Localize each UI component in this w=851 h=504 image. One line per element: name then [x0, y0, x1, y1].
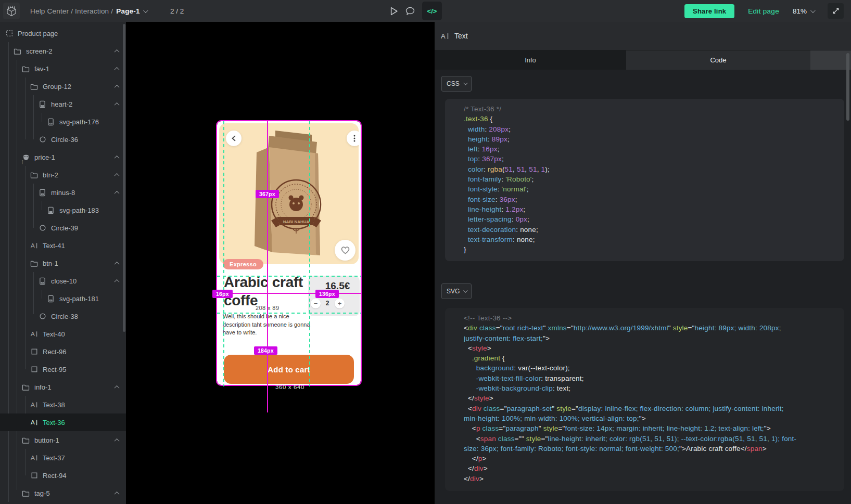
code-line: height: 89px; — [464, 134, 834, 144]
chevron-up-icon[interactable] — [115, 261, 120, 266]
layer-row-text-40[interactable]: AText-40 — [0, 325, 126, 343]
logo-icon — [5, 5, 18, 17]
layer-row-close-10[interactable]: close-10 — [0, 272, 126, 290]
layer-row-circle-36[interactable]: Circle-36 — [0, 131, 126, 148]
code-line: <div class="paragraph-set" style="displa… — [464, 404, 834, 413]
breadcrumb-current-page[interactable]: Page-1 — [116, 7, 139, 15]
layer-row-text-41[interactable]: AText-41 — [0, 237, 126, 254]
layer-label: Circle-39 — [51, 224, 78, 232]
code-mode-button[interactable]: </> — [422, 2, 442, 20]
chevron-up-icon[interactable] — [115, 67, 120, 72]
layer-row-text-38[interactable]: AText-38 — [0, 396, 126, 413]
tab-code[interactable]: Code — [626, 50, 810, 70]
layer-row-svg-path-181[interactable]: svg-path-181 — [0, 290, 126, 307]
css-format-dropdown[interactable]: CSS — [441, 76, 472, 92]
chevron-up-icon[interactable] — [115, 84, 120, 89]
screen-frame[interactable]: NABI NAHUA Expresso Arabic craft coffe W… — [217, 121, 361, 385]
code-line: font-size: 36px; — [464, 195, 834, 204]
share-link-button[interactable]: Share link — [684, 4, 734, 18]
layer-row-rect-96[interactable]: Rect-96 — [0, 343, 126, 360]
tab-info[interactable]: Info — [435, 50, 626, 70]
code-line: </div> — [464, 474, 834, 484]
comment-button[interactable] — [405, 7, 415, 16]
layer-row-button-1[interactable]: button-1 — [0, 431, 126, 449]
layer-label: Text-41 — [43, 242, 65, 250]
chevron-up-icon[interactable] — [115, 279, 120, 284]
code-line: size: 36px; font-family: Roboto; font-st… — [464, 444, 834, 454]
layer-row-btn-2[interactable]: btn-2 — [0, 166, 126, 184]
guide-line-vertical — [309, 121, 310, 386]
chevron-left-icon — [233, 136, 235, 141]
chevron-down-icon[interactable] — [810, 8, 816, 13]
layer-row-heart-2[interactable]: heart-2 — [0, 95, 126, 113]
layer-row-btn-1[interactable]: btn-1 — [0, 254, 126, 272]
folder-icon — [30, 83, 38, 91]
circle-icon — [39, 224, 46, 232]
chevron-up-icon[interactable] — [115, 102, 120, 107]
chevron-up-icon[interactable] — [115, 173, 120, 178]
fullscreen-button[interactable] — [828, 3, 844, 19]
code-line: <p class="paragraph" style="font-size: 1… — [464, 423, 834, 433]
layer-row-text-37[interactable]: AText-37 — [0, 449, 126, 467]
chevron-up-icon[interactable] — [115, 385, 120, 390]
layer-label: Circle-36 — [51, 136, 78, 144]
layer-label: Product page — [18, 30, 58, 37]
edit-page-link[interactable]: Edit page — [748, 7, 779, 15]
layer-row-tag-5[interactable]: tag-5 — [0, 484, 126, 502]
chevron-up-icon[interactable] — [115, 190, 120, 196]
chevron-up-icon[interactable] — [115, 155, 120, 160]
layer-row-info-1[interactable]: info-1 — [0, 378, 126, 396]
layer-label: minus-8 — [51, 189, 75, 197]
sidebar-scrollbar[interactable] — [123, 24, 125, 332]
code-line: letter-spacing: 0px; — [464, 214, 834, 224]
comment-icon — [407, 7, 414, 15]
product-tag-badge[interactable]: Expresso — [223, 259, 263, 269]
play-button[interactable] — [390, 7, 398, 16]
back-button[interactable] — [226, 131, 242, 146]
layer-row-screen-2[interactable]: screen-2 — [0, 42, 126, 60]
breadcrumb[interactable]: Help Center / Interaction / Page-1 — [30, 0, 147, 22]
code-line: left: 16px; — [464, 144, 834, 154]
layer-row-text-36[interactable]: AText-36 — [0, 413, 126, 431]
svg-text:A: A — [31, 242, 35, 249]
quantity-increase-button[interactable]: + — [335, 299, 345, 308]
svg-format-dropdown[interactable]: SVG — [441, 283, 472, 299]
layer-row-rect-95[interactable]: Rect-95 — [0, 360, 126, 378]
add-to-cart-button[interactable]: Add to cart — [224, 355, 354, 384]
menu-button[interactable] — [347, 131, 359, 146]
layer-row-price-1[interactable]: price-1 — [0, 148, 126, 166]
panel-scrollbar[interactable] — [846, 53, 849, 121]
layer-label: Group-12 — [43, 83, 71, 91]
chevron-down-icon[interactable] — [143, 8, 148, 13]
code-line: </p> — [464, 454, 834, 463]
chevron-up-icon[interactable] — [115, 438, 120, 443]
circle-icon — [39, 136, 46, 144]
zoom-control[interactable]: 81% — [793, 7, 814, 15]
design-canvas[interactable]: NABI NAHUA Expresso Arabic craft coffe W… — [126, 22, 435, 504]
selection-line-horizontal — [217, 293, 361, 294]
app-logo[interactable] — [3, 3, 20, 19]
layer-row-group-12[interactable]: Group-12 — [0, 77, 126, 95]
text-icon: A — [441, 32, 449, 40]
svg-text:A: A — [31, 330, 35, 337]
favorite-button[interactable] — [335, 240, 355, 261]
chevron-up-icon[interactable] — [115, 49, 120, 54]
layer-row-fav-1[interactable]: fav-1 — [0, 60, 126, 77]
layer-row-svg-path-176[interactable]: svg-path-176 — [0, 113, 126, 131]
layer-row-svg-path-183[interactable]: svg-path-183 — [0, 201, 126, 219]
layer-row-minus-8[interactable]: minus-8 — [0, 184, 126, 201]
chevron-up-icon[interactable] — [115, 491, 120, 496]
layer-row-circle-39[interactable]: Circle-39 — [0, 219, 126, 237]
layer-row-rect-94[interactable]: Rect-94 — [0, 467, 126, 484]
layer-label: Text-37 — [43, 454, 65, 462]
layer-row-circle-38[interactable]: Circle-38 — [0, 307, 126, 325]
layer-label: button-1 — [34, 436, 59, 444]
product-title[interactable]: Arabic craft coffe — [224, 273, 314, 309]
text-icon: A — [30, 419, 38, 427]
page-indicator: 2 / 2 — [170, 0, 184, 22]
layer-row-product page[interactable]: Product page — [0, 24, 126, 42]
rect-icon — [30, 472, 38, 480]
guide-line-horizontal — [217, 313, 361, 314]
quantity-decrease-button[interactable]: − — [311, 299, 321, 308]
layer-label: Text-40 — [43, 330, 65, 338]
